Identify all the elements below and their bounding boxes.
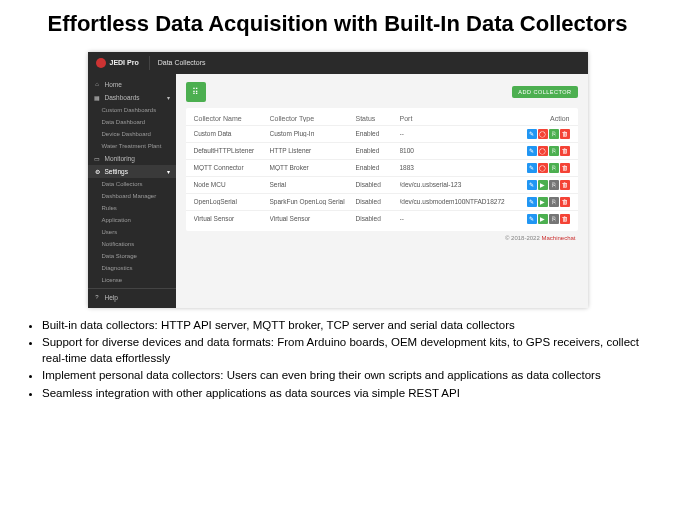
cell-actions: ✎▶⎘🗑 — [506, 197, 570, 207]
nav-label: Notifications — [102, 241, 135, 247]
nav-label: Users — [102, 229, 118, 235]
gear-icon: ⚙ — [94, 168, 101, 175]
sidebar-item-application[interactable]: Application — [88, 214, 176, 226]
sidebar-item-data-storage[interactable]: Data Storage — [88, 250, 176, 262]
app-topbar: JEDI Pro Data Collectors — [88, 52, 588, 74]
sidebar-item-monitoring[interactable]: ▭Monitoring — [88, 152, 176, 165]
main-content: ⠿ ADD COLLECTOR Collector Name Collector… — [176, 74, 588, 308]
sidebar-item-home[interactable]: ⌂Home — [88, 78, 176, 91]
link-icon[interactable]: ⎘ — [549, 214, 559, 224]
sidebar-item-device-dashboard[interactable]: Device Dashboard — [88, 128, 176, 140]
sidebar-item-diagnostics[interactable]: Diagnostics — [88, 262, 176, 274]
cell-port: /dev/cu.usbserial-123 — [400, 181, 506, 188]
link-icon[interactable]: ⎘ — [549, 146, 559, 156]
nav-label: Dashboards — [105, 94, 140, 101]
trash-icon[interactable]: 🗑 — [560, 146, 570, 156]
nav-label: Home — [105, 81, 122, 88]
cell-name: MQTT Connector — [194, 164, 270, 171]
sidebar-item-users[interactable]: Users — [88, 226, 176, 238]
cell-port: /dev/cu.usbmodem100NTFAD18272 — [400, 198, 506, 205]
link-icon[interactable]: ⎘ — [549, 129, 559, 139]
cell-actions: ✎◯⎘🗑 — [506, 163, 570, 173]
chevron-down-icon: ▾ — [167, 94, 170, 101]
cell-actions: ✎▶⎘🗑 — [506, 180, 570, 190]
app-screenshot: JEDI Pro Data Collectors ⌂Home ▦Dashboar… — [88, 52, 588, 308]
nav-label: Monitoring — [105, 155, 135, 162]
cell-status: Disabled — [356, 181, 400, 188]
cell-status: Disabled — [356, 198, 400, 205]
nav-label: Rules — [102, 205, 117, 211]
topbar-divider — [149, 56, 150, 70]
cell-actions: ✎▶⎘🗑 — [506, 214, 570, 224]
edit-icon[interactable]: ✎ — [527, 197, 537, 207]
play-icon[interactable]: ▶ — [538, 197, 548, 207]
edit-icon[interactable]: ✎ — [527, 180, 537, 190]
table-row: Virtual SensorVirtual SensorDisabled--✎▶… — [186, 210, 578, 227]
link-icon[interactable]: ⎘ — [549, 163, 559, 173]
trash-icon[interactable]: 🗑 — [560, 163, 570, 173]
copyright: © 2018-2022 — [505, 235, 541, 241]
edit-icon[interactable]: ✎ — [527, 146, 537, 156]
nav-label: Diagnostics — [102, 265, 133, 271]
edit-icon[interactable]: ✎ — [527, 129, 537, 139]
play-icon[interactable]: ▶ — [538, 180, 548, 190]
table-row: Node MCUSerialDisabled/dev/cu.usbserial-… — [186, 176, 578, 193]
sidebar-item-dashboards[interactable]: ▦Dashboards▾ — [88, 91, 176, 104]
cell-status: Disabled — [356, 215, 400, 222]
trash-icon[interactable]: 🗑 — [560, 180, 570, 190]
cell-type: HTTP Listener — [270, 147, 356, 154]
sidebar-item-license[interactable]: License — [88, 274, 176, 286]
nav-label: Dashboard Manager — [102, 193, 157, 199]
col-name-header: Collector Name — [194, 115, 270, 122]
stop-icon[interactable]: ◯ — [538, 146, 548, 156]
trash-icon[interactable]: 🗑 — [560, 197, 570, 207]
stop-icon[interactable]: ◯ — [538, 129, 548, 139]
sidebar-item-custom-dashboards[interactable]: Custom Dashboards — [88, 104, 176, 116]
stop-icon[interactable]: ◯ — [538, 163, 548, 173]
nav-label: Settings — [105, 168, 129, 175]
page-title: Data Collectors — [158, 59, 206, 66]
add-collector-button[interactable]: ADD COLLECTOR — [512, 86, 577, 98]
cell-name: Node MCU — [194, 181, 270, 188]
nav-label: Data Dashboard — [102, 119, 146, 125]
link-icon[interactable]: ⎘ — [549, 180, 559, 190]
sidebar-item-notifications[interactable]: Notifications — [88, 238, 176, 250]
cell-name: OpenLogSerial — [194, 198, 270, 205]
nav-label: License — [102, 277, 123, 283]
nav-label: Custom Dashboards — [102, 107, 157, 113]
vendor-link[interactable]: Machinechat — [541, 235, 575, 241]
cell-actions: ✎◯⎘🗑 — [506, 129, 570, 139]
sidebar-item-water-treatment[interactable]: Water Treatment Plant — [88, 140, 176, 152]
sidebar-item-data-collectors[interactable]: Data Collectors — [88, 178, 176, 190]
sidebar-item-data-dashboard[interactable]: Data Dashboard — [88, 116, 176, 128]
col-action-header: Action — [506, 115, 570, 122]
bullet-item: Built-in data collectors: HTTP API serve… — [42, 318, 649, 334]
table-header: Collector Name Collector Type Status Por… — [186, 112, 578, 125]
collectors-icon-button[interactable]: ⠿ — [186, 82, 206, 102]
table-row: DefaultHTTPListenerHTTP ListenerEnabled8… — [186, 142, 578, 159]
cell-type: Serial — [270, 181, 356, 188]
bullet-item: Implement personal data collectors: User… — [42, 368, 649, 384]
nav-label: Application — [102, 217, 131, 223]
bullet-item: Seamless integration with other applicat… — [42, 386, 649, 402]
link-icon[interactable]: ⎘ — [549, 197, 559, 207]
sidebar-item-settings[interactable]: ⚙Settings▾ — [88, 165, 176, 178]
play-icon[interactable]: ▶ — [538, 214, 548, 224]
trash-icon[interactable]: 🗑 — [560, 129, 570, 139]
edit-icon[interactable]: ✎ — [527, 163, 537, 173]
collectors-table: Collector Name Collector Type Status Por… — [186, 108, 578, 231]
trash-icon[interactable]: 🗑 — [560, 214, 570, 224]
sidebar-item-dashboard-manager[interactable]: Dashboard Manager — [88, 190, 176, 202]
edit-icon[interactable]: ✎ — [527, 214, 537, 224]
help-icon: ? — [94, 294, 101, 301]
cell-type: Virtual Sensor — [270, 215, 356, 222]
cell-status: Enabled — [356, 130, 400, 137]
home-icon: ⌂ — [94, 81, 101, 88]
nav-label: Water Treatment Plant — [102, 143, 162, 149]
sidebar-item-help[interactable]: ?Help — [88, 291, 176, 304]
cell-port: 8100 — [400, 147, 506, 154]
nav-label: Data Storage — [102, 253, 137, 259]
cell-status: Enabled — [356, 164, 400, 171]
content-header: ⠿ ADD COLLECTOR — [186, 82, 578, 102]
sidebar-item-rules[interactable]: Rules — [88, 202, 176, 214]
